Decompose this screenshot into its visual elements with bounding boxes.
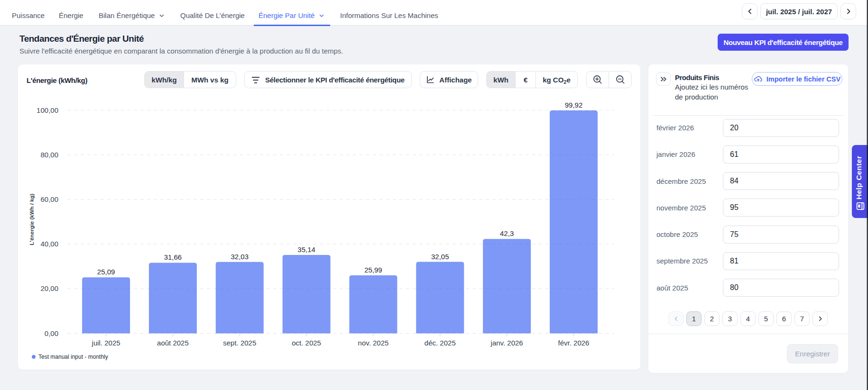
svg-text:nov. 2025: nov. 2025 (358, 339, 389, 347)
svg-text:août 2025: août 2025 (157, 339, 189, 347)
svg-text:0,00: 0,00 (45, 329, 58, 337)
svg-text:31,66: 31,66 (164, 253, 182, 261)
svg-text:99,92: 99,92 (565, 101, 583, 109)
svg-text:juil. 2025: juil. 2025 (92, 339, 120, 347)
svg-text:févr. 2026: févr. 2026 (558, 339, 590, 347)
svg-text:100,00: 100,00 (37, 106, 58, 114)
svg-text:sept. 2025: sept. 2025 (223, 339, 256, 347)
svg-text:80,00: 80,00 (40, 151, 58, 159)
svg-text:oct. 2025: oct. 2025 (292, 339, 321, 347)
svg-text:25,99: 25,99 (364, 266, 382, 274)
svg-text:40,00: 40,00 (40, 240, 58, 248)
svg-text:60,00: 60,00 (40, 195, 58, 203)
svg-text:25,09: 25,09 (97, 268, 115, 276)
svg-text:32,03: 32,03 (231, 253, 249, 261)
svg-text:42,3: 42,3 (500, 229, 514, 237)
svg-text:20,00: 20,00 (40, 284, 58, 292)
svg-text:35,14: 35,14 (297, 245, 315, 254)
svg-text:janv. 2026: janv. 2026 (490, 339, 523, 347)
svg-text:déc. 2025: déc. 2025 (425, 339, 456, 347)
svg-text:32,05: 32,05 (431, 253, 449, 261)
svg-text:L'énergie (kWh / kg): L'énergie (kWh / kg) (29, 193, 35, 245)
